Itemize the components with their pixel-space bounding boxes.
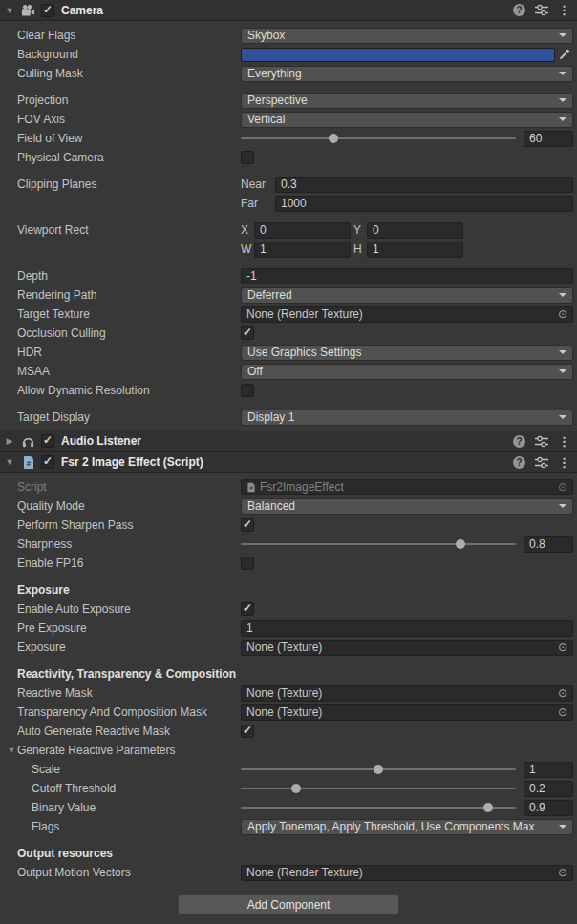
background-color-swatch[interactable] [241, 48, 555, 62]
object-picker-icon[interactable]: ⊙ [555, 307, 570, 321]
binary-value-slider[interactable] [241, 800, 516, 815]
svg-text:#: # [26, 459, 31, 468]
kebab-menu-icon[interactable]: ⋮ [558, 435, 570, 448]
auto-generate-reactive-mask-label: Auto Generate Reactive Mask [17, 724, 241, 738]
script-row: Script # Fsr2ImageEffect ⊙ [0, 477, 577, 496]
target-display-dropdown[interactable]: Display 1 [241, 410, 573, 426]
fsr2-enabled-checkbox[interactable] [41, 455, 54, 469]
perform-sharpen-pass-checkbox[interactable] [241, 518, 254, 532]
enable-auto-exposure-checkbox[interactable] [241, 602, 254, 616]
camera-enabled-checkbox[interactable] [41, 4, 54, 17]
slider-handle[interactable] [329, 134, 338, 143]
pre-exposure-label: Pre Exposure [17, 621, 241, 635]
output-motion-vectors-field[interactable]: None (Render Texture) ⊙ [241, 865, 573, 881]
eyedropper-icon[interactable] [555, 49, 573, 60]
viewport-w-input[interactable]: 1 [254, 242, 351, 258]
allow-dynamic-resolution-checkbox[interactable] [241, 384, 254, 397]
culling-mask-row: Culling Mask Everything [0, 64, 577, 83]
foldout-closed-icon[interactable]: ▶ [4, 436, 15, 446]
slider-track[interactable] [241, 543, 516, 545]
slider-track[interactable] [241, 788, 516, 789]
sharpness-row: Sharpness 0.8 [0, 535, 577, 554]
msaa-dropdown[interactable]: Off [241, 364, 573, 380]
header-actions: ? ⋮ [513, 4, 573, 16]
field-of-view-input[interactable]: 60 [524, 131, 573, 147]
flags-dropdown[interactable]: Apply Tonemap, Apply Threshold, Use Comp… [241, 819, 573, 835]
culling-mask-dropdown[interactable]: Everything [241, 66, 573, 82]
script-label: Script [17, 480, 241, 494]
object-picker-icon[interactable]: ⊙ [555, 640, 570, 654]
viewport-x-input[interactable]: 0 [254, 222, 351, 239]
foldout-open-icon[interactable]: ▼ [4, 6, 15, 15]
fov-axis-dropdown[interactable]: Vertical [241, 112, 573, 128]
chevron-down-icon [559, 98, 566, 102]
slider-handle[interactable] [456, 539, 465, 549]
exposure-field[interactable]: None (Texture) ⊙ [241, 640, 573, 656]
pre-exposure-input[interactable]: 1 [241, 620, 573, 637]
rendering-path-dropdown[interactable]: Deferred [241, 287, 573, 304]
preset-icon[interactable] [535, 4, 548, 16]
audio-listener-component-header[interactable]: ▶ Audio Listener ? ⋮ [0, 430, 577, 452]
slider-handle[interactable] [374, 765, 383, 774]
clear-flags-dropdown[interactable]: Skybox [241, 28, 573, 44]
culling-mask-label: Culling Mask [17, 67, 241, 80]
projection-dropdown[interactable]: Perspective [241, 93, 573, 109]
binary-value-input[interactable]: 0.9 [524, 800, 573, 816]
preset-icon[interactable] [535, 456, 548, 469]
fsr2-component-header[interactable]: ▼ # Fsr 2 Image Effect (Script) ? ⋮ [0, 452, 577, 472]
camera-component-header[interactable]: ▼ Camera ? ⋮ [0, 0, 577, 21]
slider-handle[interactable] [291, 784, 301, 793]
viewport-h-input[interactable]: 1 [367, 242, 463, 258]
object-picker-icon[interactable]: ⊙ [555, 866, 570, 879]
script-value: Fsr2ImageEffect [260, 480, 555, 494]
slider-track[interactable] [241, 807, 516, 808]
transparency-mask-field[interactable]: None (Texture) ⊙ [241, 704, 573, 721]
slider-handle[interactable] [483, 803, 493, 812]
rendering-path-row: Rendering Path Deferred [0, 285, 577, 304]
object-picker-icon[interactable]: ⊙ [555, 705, 570, 719]
sharpness-input[interactable]: 0.8 [524, 536, 573, 553]
slider-track[interactable] [241, 137, 516, 139]
near-input[interactable]: 0.3 [275, 177, 573, 193]
scale-slider[interactable] [241, 762, 516, 777]
object-picker-icon[interactable]: ⊙ [555, 686, 570, 700]
physical-camera-checkbox[interactable] [241, 151, 254, 164]
headphones-icon [20, 433, 36, 449]
sharpness-value: 0.8 [529, 537, 545, 551]
occlusion-culling-checkbox[interactable] [241, 326, 254, 340]
viewport-y-input[interactable]: 0 [367, 222, 463, 239]
kebab-menu-icon[interactable]: ⋮ [558, 4, 570, 16]
object-picker-icon[interactable]: ⊙ [555, 480, 570, 494]
foldout-open-icon[interactable]: ▼ [6, 746, 17, 755]
auto-generate-reactive-mask-checkbox[interactable] [241, 724, 254, 738]
fsr2-body: Script # Fsr2ImageEffect ⊙ Quality Mode … [0, 472, 577, 924]
script-field[interactable]: # Fsr2ImageEffect ⊙ [241, 479, 573, 495]
viewport-h-value: 1 [373, 242, 379, 256]
cutoff-threshold-slider[interactable] [241, 781, 516, 796]
flags-label: Flags [17, 820, 241, 833]
preset-icon[interactable] [535, 435, 548, 448]
depth-row: Depth -1 [0, 266, 577, 285]
add-component-button[interactable]: Add Component [178, 894, 399, 914]
enable-fp16-checkbox[interactable] [241, 556, 254, 570]
cutoff-threshold-input[interactable]: 0.2 [524, 781, 573, 797]
quality-mode-dropdown[interactable]: Balanced [241, 498, 573, 514]
audio-listener-enabled-checkbox[interactable] [41, 434, 54, 448]
generate-reactive-parameters-row[interactable]: ▼ Generate Reactive Parameters [0, 741, 577, 760]
help-icon[interactable]: ? [513, 456, 525, 469]
spacer [0, 657, 577, 664]
help-icon[interactable]: ? [513, 435, 525, 448]
field-of-view-slider[interactable] [241, 131, 516, 146]
depth-input[interactable]: -1 [241, 268, 573, 284]
hdr-dropdown[interactable]: Use Graphics Settings [241, 345, 573, 361]
viewport-rect-label: Viewport Rect [17, 223, 241, 237]
reactive-mask-field[interactable]: None (Texture) ⊙ [241, 685, 573, 702]
kebab-menu-icon[interactable]: ⋮ [558, 456, 570, 469]
help-icon[interactable]: ? [513, 4, 525, 16]
foldout-open-icon[interactable]: ▼ [4, 457, 15, 467]
sharpness-slider[interactable] [241, 536, 516, 552]
viewport-rect-wh-row: W 1 H 1 [0, 240, 577, 259]
target-texture-field[interactable]: None (Render Texture) ⊙ [241, 306, 573, 323]
scale-input[interactable]: 1 [524, 762, 573, 778]
far-input[interactable]: 1000 [275, 196, 573, 212]
